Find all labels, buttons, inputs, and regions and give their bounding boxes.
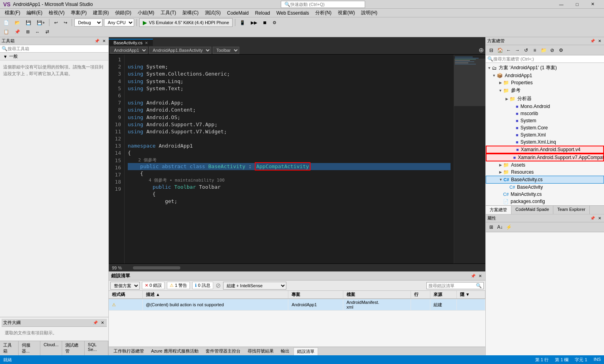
platform-dropdown[interactable]: Any CPU <box>104 19 134 27</box>
error-badge-errors[interactable]: ✕ 0 錯誤 <box>142 282 165 289</box>
menu-team[interactable]: 小組(M) <box>134 9 157 17</box>
close-icon[interactable]: ✕ <box>101 38 107 44</box>
error-search-input[interactable] <box>428 283 476 288</box>
nav-class-dropdown[interactable]: AndroidApp1.BaseActivity <box>149 47 211 54</box>
props-pin-icon[interactable]: 📌 <box>589 216 596 221</box>
code-editor[interactable]: 12345 678910 1112131415 16171819 using S… <box>109 55 485 264</box>
menu-help[interactable]: 說明(H) <box>358 9 381 17</box>
tree-mainactivity-cs[interactable]: C# MainActivity.cs <box>486 191 604 198</box>
collapse-icon[interactable]: ⊕ <box>479 46 484 54</box>
col-line[interactable]: 行 <box>411 291 430 299</box>
menu-build[interactable]: 建置(B) <box>90 9 112 17</box>
props-events[interactable]: ⚡ <box>505 223 513 231</box>
props-close-icon[interactable]: ✕ <box>597 216 602 221</box>
tab-test-explorer[interactable]: 測試總管 <box>62 341 85 355</box>
table-row[interactable]: ⚠ @(Content) build action is not support… <box>109 299 485 311</box>
run-button[interactable]: ▶ VS Emulator 4.5" KitKit (4.4) HDPI Pho… <box>139 18 233 27</box>
tree-assets[interactable]: ▶ 📁 Assets <box>486 161 604 169</box>
menu-edit[interactable]: 編輯(E) <box>23 9 45 17</box>
outline-pin-icon[interactable]: 📌 <box>92 320 99 325</box>
menu-test[interactable]: 測試(S) <box>202 9 224 17</box>
props-by-category[interactable]: ⊞ <box>487 223 495 231</box>
sol-close-icon[interactable]: ✕ <box>597 38 602 44</box>
props-alphabetical[interactable]: A↓ <box>496 223 504 231</box>
sol-btn-props[interactable]: ≡ <box>531 46 539 54</box>
sol-btn-show-files[interactable]: 📁 <box>540 46 547 54</box>
tree-analyzers[interactable]: ▶ 📁 分析器 <box>486 95 604 103</box>
tb-r5[interactable]: ⇄ <box>43 28 51 35</box>
tree-project[interactable]: ▼ 📦 AndroidApp1 <box>486 72 604 79</box>
sol-btn-forward[interactable]: → <box>513 46 521 54</box>
col-code[interactable]: 程式碼 <box>109 291 142 299</box>
menu-reload[interactable]: Reload <box>252 9 273 17</box>
tree-mono[interactable]: ■ Mono.Android <box>486 103 604 110</box>
tab-task-runner[interactable]: 工作執行器總管 <box>110 347 147 355</box>
tb-r3[interactable]: ⊞ <box>24 28 32 35</box>
sol-btn-sync[interactable]: ↺ <box>522 46 530 54</box>
tab-pkg-manager[interactable]: 套件管理器主控台 <box>203 347 244 355</box>
sol-btn-back[interactable]: ← <box>505 46 513 54</box>
sol-tab-team[interactable]: Team Explorer <box>553 206 590 214</box>
tab-toolbox[interactable]: 工具箱 <box>0 341 19 355</box>
tree-properties[interactable]: ▶ 📁 Properties <box>486 79 604 86</box>
tb-new[interactable]: 📄 <box>2 19 11 26</box>
menu-view[interactable]: 檢視(V) <box>45 9 68 17</box>
h-scrollbar-thumb[interactable] <box>133 266 180 269</box>
nav-project-dropdown[interactable]: AndroidApp1 <box>110 47 148 54</box>
col-project[interactable]: 專案 <box>288 291 343 299</box>
tab-azure[interactable]: Azure 應用程式服務活動 <box>148 347 202 355</box>
tb-save[interactable]: 💾 <box>24 19 33 26</box>
tab-close-icon[interactable]: ✕ <box>145 41 148 45</box>
error-panel-close[interactable]: ✕ <box>477 273 483 279</box>
sol-pin-icon[interactable]: 📌 <box>589 38 596 44</box>
sol-btn-collapse[interactable]: ⊟ <box>487 46 495 54</box>
minimize-btn[interactable]: — <box>553 0 569 9</box>
tab-sql[interactable]: SQL Se... <box>85 341 108 355</box>
code-content-area[interactable]: using System; using System.Collections.G… <box>125 55 454 264</box>
tree-solution[interactable]: ▼ 🗂 方案 'AndroidApp1' (1 專案) <box>486 64 604 72</box>
tab-output[interactable]: 輸出 <box>278 347 293 355</box>
tab-find-symbol[interactable]: 尋找符號結果 <box>244 347 277 355</box>
tb-open[interactable]: 📂 <box>13 19 22 26</box>
tb-saveall[interactable]: 💾+ <box>35 19 47 26</box>
tb-extra2[interactable]: ⏹ <box>261 19 269 26</box>
editor-tab-baseactivity[interactable]: BaseActivity.cs ✕ <box>109 39 153 46</box>
menu-window[interactable]: 視窗(W) <box>335 9 358 17</box>
tree-xamarin-v7[interactable]: ■ Xamarin.Android.Support.v7.AppCompat <box>486 154 604 161</box>
tree-packages-config[interactable]: 📄 packages.config <box>486 198 604 205</box>
menu-arch[interactable]: 架構(C) <box>179 9 202 17</box>
menu-tools[interactable]: 工具(T) <box>157 9 179 17</box>
toolbox-search-input[interactable] <box>8 46 107 51</box>
col-suppress[interactable]: 隱 ▼ <box>456 291 485 299</box>
nav-member-dropdown[interactable]: Toolbar <box>213 47 239 54</box>
tb-redo[interactable]: ↪ <box>61 19 69 26</box>
tb-undo[interactable]: ↩ <box>52 19 60 26</box>
sol-btn-refresh[interactable]: 🏠 <box>496 46 504 54</box>
tree-system[interactable]: ■ System <box>486 117 604 124</box>
col-file[interactable]: 檔案 <box>343 291 411 299</box>
tb-extra1[interactable]: ▶▶ <box>249 19 259 26</box>
sol-search-input[interactable] <box>493 57 602 61</box>
error-badge-warnings[interactable]: ⚠ 1 警告 <box>167 282 190 289</box>
outline-close-icon[interactable]: ✕ <box>100 320 105 325</box>
debug-config-dropdown[interactable]: Debug Release <box>74 19 102 27</box>
tree-resources[interactable]: ▶ 📁 Resources <box>486 169 604 176</box>
col-source[interactable]: 來源 <box>430 291 456 299</box>
tab-error-list[interactable]: 錯誤清單 <box>293 347 318 355</box>
tree-baseactivity-cs[interactable]: ▼ C# BaseActivity.cs <box>486 176 604 184</box>
search-box[interactable]: 🔍 <box>281 1 365 8</box>
build-filter-dropdown[interactable]: 組建 + IntelliSense <box>223 282 286 290</box>
tree-baseactivity-class[interactable]: C# BaseActivity <box>486 184 604 191</box>
tree-references[interactable]: ▼ 📁 參考 <box>486 86 604 95</box>
menu-debug[interactable]: 偵錯(D) <box>112 9 134 17</box>
col-desc[interactable]: 描述 ▲ <box>142 291 288 299</box>
sol-btn-settings[interactable]: ⚙ <box>557 46 565 54</box>
menu-webessentials[interactable]: Web Essentials <box>273 9 312 17</box>
maximize-btn[interactable]: □ <box>569 0 585 9</box>
menu-codemaid[interactable]: CodeMaid <box>224 9 252 17</box>
sol-tab-codemaid[interactable]: CodeMaid Spade <box>511 206 553 214</box>
tree-system-xml-linq[interactable]: ■ System.Xml.Linq <box>486 138 604 146</box>
pin-icon[interactable]: 📌 <box>93 38 100 44</box>
tree-xamarin-v4[interactable]: ■ Xamarin.Android.Support.v4 <box>486 146 604 154</box>
tree-mscorlib[interactable]: ■ mscorlib <box>486 110 604 117</box>
